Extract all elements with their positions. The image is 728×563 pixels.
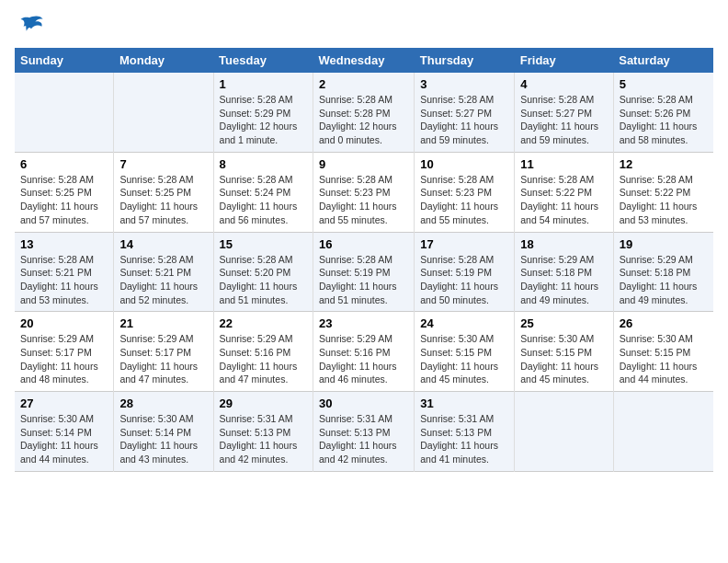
day-number: 27 <box>20 396 108 410</box>
cell-info: Sunrise: 5:30 AMSunset: 5:15 PMDaylight:… <box>520 332 607 386</box>
day-cell: 23Sunrise: 5:29 AMSunset: 5:16 PMDayligh… <box>313 312 414 392</box>
cell-info: Sunrise: 5:28 AMSunset: 5:26 PMDaylight:… <box>620 93 708 147</box>
cell-info: Sunrise: 5:29 AMSunset: 5:17 PMDaylight:… <box>20 332 108 386</box>
cell-info: Sunrise: 5:28 AMSunset: 5:27 PMDaylight:… <box>420 93 508 147</box>
day-cell: 21Sunrise: 5:29 AMSunset: 5:17 PMDayligh… <box>114 312 213 392</box>
cell-info: Sunrise: 5:30 AMSunset: 5:15 PMDaylight:… <box>620 332 708 386</box>
day-number: 29 <box>220 396 307 410</box>
day-cell: 14Sunrise: 5:28 AMSunset: 5:21 PMDayligh… <box>114 232 213 312</box>
day-number: 2 <box>319 77 408 91</box>
day-number: 6 <box>20 157 108 171</box>
day-cell: 8Sunrise: 5:28 AMSunset: 5:24 PMDaylight… <box>213 152 313 232</box>
header-day-thursday: Thursday <box>415 48 515 73</box>
cell-info: Sunrise: 5:29 AMSunset: 5:17 PMDaylight:… <box>119 332 207 386</box>
header-day-saturday: Saturday <box>613 48 713 73</box>
day-cell: 11Sunrise: 5:28 AMSunset: 5:22 PMDayligh… <box>515 152 613 232</box>
cell-info: Sunrise: 5:28 AMSunset: 5:28 PMDaylight:… <box>319 93 408 147</box>
cell-info: Sunrise: 5:28 AMSunset: 5:22 PMDaylight:… <box>620 173 708 227</box>
day-cell: 15Sunrise: 5:28 AMSunset: 5:20 PMDayligh… <box>213 232 313 312</box>
day-number: 23 <box>319 316 408 330</box>
day-cell: 29Sunrise: 5:31 AMSunset: 5:13 PMDayligh… <box>213 392 313 472</box>
day-cell: 20Sunrise: 5:29 AMSunset: 5:17 PMDayligh… <box>15 312 114 392</box>
day-number: 21 <box>119 316 207 330</box>
day-cell: 31Sunrise: 5:31 AMSunset: 5:13 PMDayligh… <box>415 392 515 472</box>
logo-icon <box>15 15 44 40</box>
day-cell: 26Sunrise: 5:30 AMSunset: 5:15 PMDayligh… <box>613 312 713 392</box>
day-number: 1 <box>220 77 307 91</box>
day-cell: 17Sunrise: 5:28 AMSunset: 5:19 PMDayligh… <box>415 232 515 312</box>
cell-info: Sunrise: 5:31 AMSunset: 5:13 PMDaylight:… <box>220 412 307 466</box>
day-number: 15 <box>220 237 307 251</box>
day-number: 5 <box>620 77 708 91</box>
cell-info: Sunrise: 5:29 AMSunset: 5:16 PMDaylight:… <box>220 332 307 386</box>
day-cell: 19Sunrise: 5:29 AMSunset: 5:18 PMDayligh… <box>613 232 713 312</box>
week-row-5: 27Sunrise: 5:30 AMSunset: 5:14 PMDayligh… <box>15 392 713 472</box>
day-cell: 4Sunrise: 5:28 AMSunset: 5:27 PMDaylight… <box>515 73 613 152</box>
day-number: 22 <box>220 316 307 330</box>
cell-info: Sunrise: 5:29 AMSunset: 5:18 PMDaylight:… <box>520 253 607 307</box>
day-number: 4 <box>520 77 607 91</box>
day-cell: 6Sunrise: 5:28 AMSunset: 5:25 PMDaylight… <box>15 152 114 232</box>
cell-info: Sunrise: 5:28 AMSunset: 5:21 PMDaylight:… <box>119 253 207 307</box>
day-cell: 30Sunrise: 5:31 AMSunset: 5:13 PMDayligh… <box>313 392 414 472</box>
day-cell <box>613 392 713 472</box>
page-header <box>15 15 713 40</box>
day-number: 24 <box>420 316 508 330</box>
cell-info: Sunrise: 5:29 AMSunset: 5:18 PMDaylight:… <box>620 253 708 307</box>
cell-info: Sunrise: 5:28 AMSunset: 5:19 PMDaylight:… <box>420 253 508 307</box>
day-number: 28 <box>119 396 207 410</box>
day-number: 16 <box>319 237 408 251</box>
day-cell: 2Sunrise: 5:28 AMSunset: 5:28 PMDaylight… <box>313 73 414 152</box>
day-number: 31 <box>420 396 508 410</box>
logo <box>15 15 48 40</box>
week-row-1: 1Sunrise: 5:28 AMSunset: 5:29 PMDaylight… <box>15 73 713 152</box>
cell-info: Sunrise: 5:28 AMSunset: 5:29 PMDaylight:… <box>220 93 307 147</box>
day-cell: 22Sunrise: 5:29 AMSunset: 5:16 PMDayligh… <box>213 312 313 392</box>
header-day-sunday: Sunday <box>15 48 114 73</box>
day-number: 19 <box>620 237 708 251</box>
header-day-tuesday: Tuesday <box>213 48 313 73</box>
day-number: 26 <box>620 316 708 330</box>
day-cell: 13Sunrise: 5:28 AMSunset: 5:21 PMDayligh… <box>15 232 114 312</box>
cell-info: Sunrise: 5:28 AMSunset: 5:24 PMDaylight:… <box>220 173 307 227</box>
week-row-3: 13Sunrise: 5:28 AMSunset: 5:21 PMDayligh… <box>15 232 713 312</box>
cell-info: Sunrise: 5:29 AMSunset: 5:16 PMDaylight:… <box>319 332 408 386</box>
day-cell: 18Sunrise: 5:29 AMSunset: 5:18 PMDayligh… <box>515 232 613 312</box>
day-number: 7 <box>119 157 207 171</box>
cell-info: Sunrise: 5:28 AMSunset: 5:25 PMDaylight:… <box>20 173 108 227</box>
day-cell: 16Sunrise: 5:28 AMSunset: 5:19 PMDayligh… <box>313 232 414 312</box>
cell-info: Sunrise: 5:28 AMSunset: 5:21 PMDaylight:… <box>20 253 108 307</box>
cell-info: Sunrise: 5:28 AMSunset: 5:27 PMDaylight:… <box>520 93 607 147</box>
day-number: 13 <box>20 237 108 251</box>
day-cell: 25Sunrise: 5:30 AMSunset: 5:15 PMDayligh… <box>515 312 613 392</box>
cell-info: Sunrise: 5:28 AMSunset: 5:20 PMDaylight:… <box>220 253 307 307</box>
day-number: 25 <box>520 316 607 330</box>
cell-info: Sunrise: 5:30 AMSunset: 5:14 PMDaylight:… <box>20 412 108 466</box>
day-cell: 3Sunrise: 5:28 AMSunset: 5:27 PMDaylight… <box>415 73 515 152</box>
day-cell: 5Sunrise: 5:28 AMSunset: 5:26 PMDaylight… <box>613 73 713 152</box>
cell-info: Sunrise: 5:30 AMSunset: 5:15 PMDaylight:… <box>420 332 508 386</box>
cell-info: Sunrise: 5:30 AMSunset: 5:14 PMDaylight:… <box>119 412 207 466</box>
day-number: 11 <box>520 157 607 171</box>
day-cell: 27Sunrise: 5:30 AMSunset: 5:14 PMDayligh… <box>15 392 114 472</box>
day-number: 30 <box>319 396 408 410</box>
cell-info: Sunrise: 5:31 AMSunset: 5:13 PMDaylight:… <box>319 412 408 466</box>
header-day-monday: Monday <box>114 48 213 73</box>
day-cell: 12Sunrise: 5:28 AMSunset: 5:22 PMDayligh… <box>613 152 713 232</box>
cell-info: Sunrise: 5:28 AMSunset: 5:22 PMDaylight:… <box>520 173 607 227</box>
day-cell: 10Sunrise: 5:28 AMSunset: 5:23 PMDayligh… <box>415 152 515 232</box>
day-cell <box>114 73 213 152</box>
day-number: 12 <box>620 157 708 171</box>
day-cell: 28Sunrise: 5:30 AMSunset: 5:14 PMDayligh… <box>114 392 213 472</box>
day-number: 3 <box>420 77 508 91</box>
day-cell: 24Sunrise: 5:30 AMSunset: 5:15 PMDayligh… <box>415 312 515 392</box>
day-number: 8 <box>220 157 307 171</box>
week-row-2: 6Sunrise: 5:28 AMSunset: 5:25 PMDaylight… <box>15 152 713 232</box>
day-number: 9 <box>319 157 408 171</box>
cell-info: Sunrise: 5:28 AMSunset: 5:23 PMDaylight:… <box>420 173 508 227</box>
day-number: 14 <box>119 237 207 251</box>
cell-info: Sunrise: 5:31 AMSunset: 5:13 PMDaylight:… <box>420 412 508 466</box>
day-cell: 9Sunrise: 5:28 AMSunset: 5:23 PMDaylight… <box>313 152 414 232</box>
day-number: 10 <box>420 157 508 171</box>
header-day-friday: Friday <box>515 48 613 73</box>
